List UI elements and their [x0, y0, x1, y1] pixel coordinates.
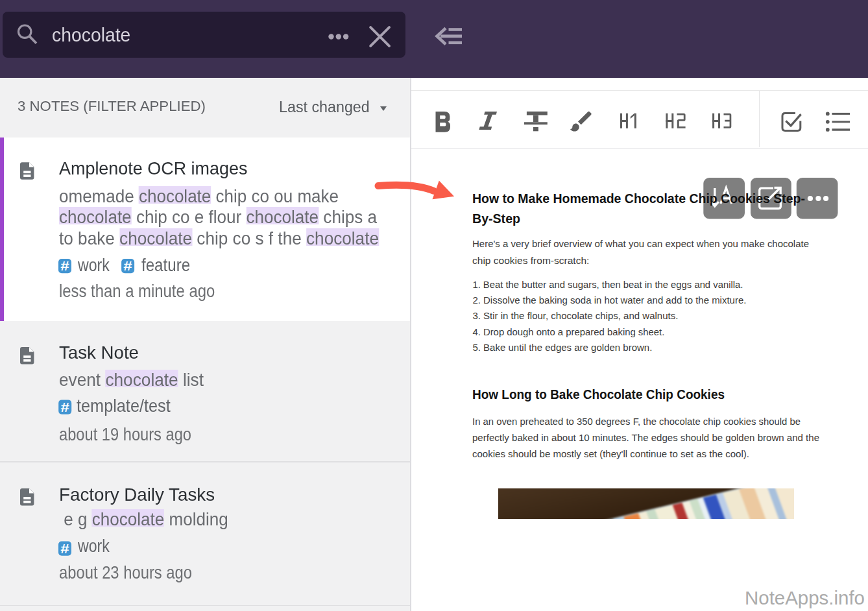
svg-text:1. Beat the butter and sugars,: 1. Beat the butter and sugars, then beat…	[472, 280, 743, 290]
svg-text:#: #	[60, 258, 69, 273]
svg-text:2. Dissolve the baking soda in: 2. Dissolve the baking soda in hot water…	[472, 295, 746, 306]
svg-text:perfectly baked in about 10 mi: perfectly baked in about 10 minutes. The…	[472, 433, 819, 443]
svg-text:#: #	[60, 541, 69, 556]
svg-text:NoteApps.info: NoteApps.info	[745, 588, 865, 608]
svg-text:cookies should be mostly set (: cookies should be mostly set (they'll co…	[472, 449, 749, 459]
svg-text:By-Step: By-Step	[472, 211, 520, 226]
svg-text:#: #	[123, 258, 132, 273]
svg-text:#: #	[60, 400, 69, 414]
svg-text:chip cookies from-scratch:: chip cookies from-scratch:	[472, 256, 589, 266]
svg-text:3. Stir in the flour, chocolat: 3. Stir in the flour, chocolate chips, a…	[472, 311, 678, 321]
svg-text:4. Drop dough onto a prepared: 4. Drop dough onto a prepared baking she…	[472, 327, 664, 337]
svg-text:How to Make Homemade Chocolate: How to Make Homemade Chocolate Chip Cook…	[472, 191, 805, 206]
svg-text:In an oven preheated to 350 de: In an oven preheated to 350 degrees F, t…	[472, 416, 801, 427]
svg-text:Here's a very brief overview o: Here's a very brief overview of what you…	[472, 239, 809, 249]
svg-text:5. Bake until the edges are go: 5. Bake until the edges are golden brown…	[472, 342, 652, 353]
svg-text:How Long to Bake Chocolate Chi: How Long to Bake Chocolate Chip Cookies	[472, 387, 725, 401]
